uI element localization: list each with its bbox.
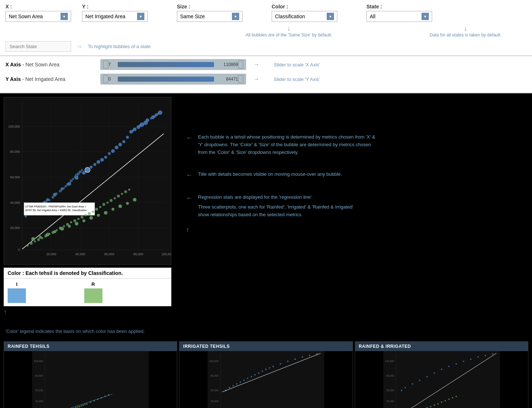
x-slider-container[interactable]: 7 110869 (100, 59, 246, 70)
svg-point-96 (27, 244, 29, 246)
y-axis-label: Y Axis - Net Irrigated Area (5, 76, 93, 82)
svg-point-77 (85, 167, 90, 172)
y-slider-container[interactable]: 0 84471 (100, 74, 246, 85)
svg-point-113 (88, 212, 91, 215)
svg-point-75 (48, 199, 50, 201)
svg-point-72 (59, 190, 62, 193)
legend-label-r: R (92, 281, 95, 287)
regression-annotation-block: ← Regression stats are displayed for the… (186, 194, 517, 218)
size-down-arrow-icon: ↓ (228, 25, 350, 32)
svg-point-68 (79, 170, 82, 173)
y-select-wrapper[interactable]: Net Irrigated Area ▼ (82, 11, 148, 22)
svg-point-62 (25, 215, 27, 218)
svg-text:40,000: 40,000 (211, 400, 219, 403)
main-scatter-chart: 100,000 80,000 60,000 40,000 20,000 0 20… (4, 97, 171, 265)
svg-point-217 (426, 376, 428, 377)
svg-point-67 (72, 178, 74, 180)
svg-point-39 (90, 166, 93, 168)
legend-item-r: R (84, 281, 102, 303)
x-axis-label: X Axis - Net Sown Area (5, 62, 93, 67)
state-dropdown-arrow: ▼ (422, 13, 429, 20)
size-label: Size : (177, 4, 242, 9)
size-select[interactable]: Same Size (180, 13, 230, 19)
x-slider-row: X Axis - Net Sown Area 7 110869 → Slider… (5, 59, 527, 70)
size-dropdown-arrow: ▼ (232, 13, 239, 20)
state-control-group: State : All ▼ (366, 4, 432, 22)
chart-area: 100,000 80,000 60,000 40,000 20,000 0 20… (4, 97, 175, 334)
svg-point-218 (419, 380, 420, 381)
y-dropdown-arrow: ▼ (137, 13, 144, 20)
x-slider-thumb-left[interactable] (103, 61, 108, 69)
y-slider-track (118, 77, 214, 82)
svg-text:40,000: 40,000 (386, 400, 394, 403)
x-slider-thumb-right[interactable] (238, 61, 243, 69)
x-control-group: X : Net Sown Area ▼ (5, 4, 71, 22)
y-slider-thumb-right[interactable] (238, 75, 243, 83)
svg-text:100,000: 100,000 (8, 125, 20, 128)
svg-point-103 (51, 231, 54, 234)
svg-point-214 (448, 366, 450, 367)
svg-point-121 (117, 195, 120, 198)
svg-point-99 (37, 238, 40, 241)
svg-point-52 (139, 124, 141, 127)
svg-point-186 (229, 387, 230, 388)
y-slider-value-left: 0 (108, 77, 116, 82)
svg-point-193 (232, 385, 234, 386)
color-select[interactable]: Classification (275, 13, 325, 19)
svg-point-107 (66, 223, 69, 226)
small-chart-irrigated-header: IRRIGATED TEHSILS (179, 342, 352, 351)
svg-point-54 (153, 115, 156, 118)
svg-text:45767.58, Net Irrigated Area =: 45767.58, Net Irrigated Area = 43052.56,… (25, 209, 87, 212)
svg-point-81 (31, 237, 35, 241)
svg-point-209 (463, 361, 464, 362)
x-slider-track (118, 62, 214, 67)
svg-point-94 (126, 202, 129, 205)
top-panel: X : Net Sown Area ▼ Y : Net Irrigated Ar… (0, 0, 532, 56)
size-annotation: All bubbles are of the 'Same Size' by de… (228, 32, 350, 38)
color-legend-annotation: 'Color' legend indicates the basis on wh… (4, 329, 175, 334)
svg-point-43 (100, 158, 104, 162)
svg-point-65 (74, 176, 76, 178)
svg-point-58 (65, 185, 67, 187)
state-select[interactable]: All (370, 13, 420, 19)
tooltip-annotation-block: ← Title with details becomes visible on … (186, 171, 517, 179)
svg-point-232 (437, 403, 439, 405)
x-select[interactable]: Net Sown Area (9, 13, 59, 19)
svg-point-178 (309, 355, 310, 356)
svg-point-160 (84, 404, 86, 405)
small-chart-rainfed-irrigated-svg: 100,000 80,000 60,000 40,000 20,000 (355, 351, 528, 408)
y-select[interactable]: Net Irrigated Area (85, 13, 136, 19)
svg-text:100,000: 100,000 (34, 360, 43, 362)
svg-point-212 (485, 355, 486, 356)
annotations-area: ← Each bubble is a tehsil whose position… (175, 97, 528, 334)
bottom-charts-up-arrow-icon: ↑ (186, 226, 189, 234)
small-chart-irrigated: IRRIGATED TEHSILS 100,000 80,000 60,000 … (179, 341, 353, 408)
svg-point-116 (99, 206, 101, 208)
color-select-wrapper[interactable]: Classification ▼ (272, 11, 337, 22)
svg-point-176 (294, 358, 296, 360)
svg-point-211 (477, 356, 479, 358)
size-select-wrapper[interactable]: Same Size ▼ (177, 11, 242, 22)
search-input[interactable] (5, 41, 71, 52)
svg-point-114 (92, 211, 94, 213)
small-chart-irrigated-svg: 100,000 80,000 60,000 40,000 20,000 (179, 351, 352, 408)
svg-text:60,000: 60,000 (104, 252, 114, 256)
svg-point-29 (126, 136, 129, 139)
svg-point-231 (434, 404, 435, 406)
legend-boxes: I R (4, 279, 171, 306)
svg-point-117 (102, 203, 105, 206)
small-chart-rainfed: RAINFED TEHSILS 100,000 80,000 60,000 40… (4, 341, 177, 408)
svg-point-95 (133, 198, 136, 202)
x-select-wrapper[interactable]: Net Sown Area ▼ (5, 11, 71, 22)
state-select-wrapper[interactable]: All ▼ (366, 11, 432, 22)
svg-text:80,000: 80,000 (386, 374, 394, 377)
y-slider-thumb-left[interactable] (103, 75, 108, 83)
svg-point-32 (145, 118, 149, 122)
tooltip-annotation-text: Title with details becomes visible on mo… (198, 171, 342, 178)
svg-point-180 (272, 366, 274, 367)
svg-point-142 (79, 406, 80, 407)
x-label: X : (5, 4, 71, 9)
legend-label-i: I (16, 281, 18, 287)
svg-point-92 (112, 208, 114, 211)
x-slider-annotation: Slider to scale 'X Axis' (274, 62, 320, 67)
